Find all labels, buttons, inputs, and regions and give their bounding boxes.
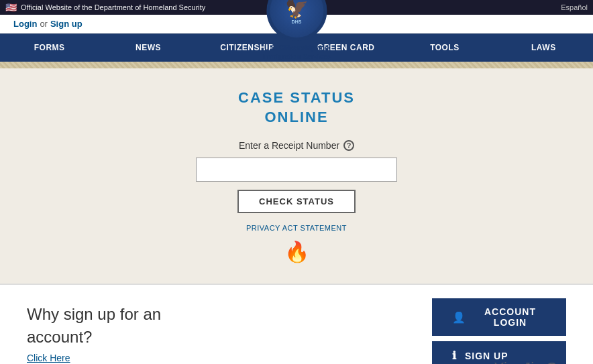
nav-tools[interactable]: TOOLS	[395, 34, 494, 62]
logo-subtitle: U.S. Citizenship and Immigration Service…	[262, 44, 330, 61]
top-bar-left: 🇺🇸 Official Website of the Department of…	[5, 2, 205, 13]
signup-promo: Why sign up for anaccount? Click Here	[27, 303, 432, 364]
signup-promo-text: Why sign up for anaccount?	[27, 305, 161, 346]
decorative-strip	[0, 62, 593, 68]
us-flag-icon: 🇺🇸	[5, 2, 17, 13]
account-buttons: 👤 ACCOUNT LOGIN ℹ SIGN UP	[432, 298, 566, 364]
nav-news[interactable]: NEWS	[99, 34, 197, 62]
click-here-link[interactable]: Click Here	[27, 352, 432, 364]
check-status-button[interactable]: CHECK STATUS	[237, 190, 356, 213]
receipt-label: Enter a Receipt Number ?	[13, 140, 580, 151]
seal-text: DHS	[292, 19, 302, 24]
help-icon[interactable]: ?	[343, 140, 354, 151]
torch-icon: 🔥	[13, 240, 580, 263]
header-login: Login or Sign up	[13, 19, 83, 29]
official-text: Official Website of the Department of Ho…	[21, 3, 205, 11]
login-link[interactable]: Login	[13, 19, 37, 29]
person-icon: 👤	[452, 311, 466, 324]
nav-laws[interactable]: LAWS	[494, 34, 593, 62]
sign-up-button[interactable]: ℹ SIGN UP	[432, 341, 566, 364]
uscis-seal: 🦅 DHS	[266, 0, 327, 41]
logo-center: 🦅 DHS U.S. Citizenship and Immigration S…	[262, 0, 330, 61]
privacy-link[interactable]: PRIVACY ACT STATEMENT	[246, 224, 347, 232]
or-text: or	[40, 19, 48, 29]
header: Login or Sign up 🦅 DHS U.S. Citizenship …	[0, 15, 593, 34]
main-content: CASE STATUS ONLINE Enter a Receipt Numbe…	[0, 68, 593, 284]
info-icon: ℹ	[452, 349, 457, 362]
nav-forms[interactable]: FORMS	[0, 34, 99, 62]
bottom-section: Why sign up for anaccount? Click Here 👤 …	[0, 284, 593, 364]
signup-link[interactable]: Sign up	[50, 19, 83, 29]
eagle-icon: 🦅	[285, 0, 309, 19]
espanol-link[interactable]: Español	[561, 3, 588, 11]
seal-inner: 🦅 DHS	[270, 0, 323, 38]
account-login-button[interactable]: 👤 ACCOUNT LOGIN	[432, 298, 566, 336]
receipt-number-input[interactable]	[196, 158, 397, 182]
page-title: CASE STATUS ONLINE	[13, 88, 580, 127]
